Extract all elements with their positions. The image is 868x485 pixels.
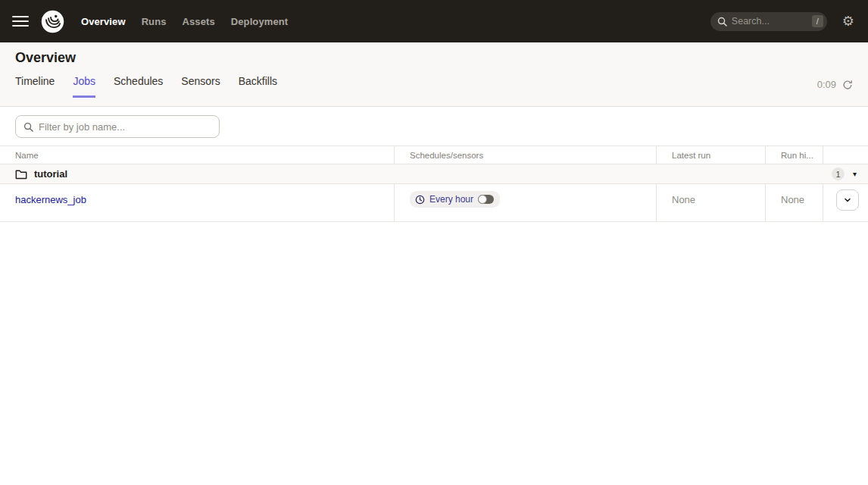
global-search-input[interactable] (732, 16, 807, 27)
chevron-down-icon[interactable]: ▾ (853, 171, 857, 178)
gear-icon[interactable]: ⚙ (842, 14, 854, 28)
run-history-cell: None (765, 184, 823, 222)
primary-nav: Overview Runs Assets Deployment (81, 16, 288, 27)
job-actions-button[interactable] (836, 189, 859, 211)
job-name-cell: hackernews_job (0, 184, 394, 222)
search-icon (717, 17, 727, 27)
latest-run-value: None (672, 194, 695, 205)
dagster-logo-icon (41, 10, 64, 33)
clock-icon (415, 195, 425, 205)
jobs-table: Name Schedules/sensors Latest run Run hi… (0, 146, 868, 222)
job-link[interactable]: hackernews_job (15, 194, 86, 205)
nav-item-assets[interactable]: Assets (183, 16, 215, 27)
refresh-countdown: 0:09 (817, 79, 836, 90)
tab-schedules[interactable]: Schedules (114, 67, 163, 98)
toggle-knob (478, 195, 487, 204)
hamburger-menu-icon[interactable] (12, 16, 29, 27)
tab-timeline[interactable]: Timeline (15, 67, 55, 98)
top-nav: Overview Runs Assets Deployment / ⚙ (0, 0, 868, 42)
nav-item-deployment[interactable]: Deployment (231, 16, 288, 27)
latest-run-cell: None (656, 184, 765, 222)
folder-icon (15, 169, 27, 180)
tab-bar: Timeline Jobs Schedules Sensors Backfill… (15, 67, 277, 98)
chevron-down-icon (843, 196, 852, 205)
search-icon (23, 122, 33, 132)
column-header-run-history: Run hi... (765, 146, 823, 164)
column-header-schedules-sensors: Schedules/sensors (394, 146, 656, 164)
jobs-panel: Name Schedules/sensors Latest run Run hi… (0, 115, 868, 222)
run-history-value: None (781, 194, 804, 205)
schedule-label: Every hour (429, 194, 473, 205)
job-filter-input[interactable] (39, 121, 211, 133)
column-header-name: Name (0, 146, 394, 164)
refresh-control: 0:09 (817, 79, 853, 98)
column-header-latest-run: Latest run (656, 146, 765, 164)
tab-sensors[interactable]: Sensors (181, 67, 220, 98)
job-actions-cell (823, 184, 868, 222)
job-filter-box[interactable] (15, 115, 220, 138)
column-header-actions (823, 146, 868, 164)
schedule-chip[interactable]: Every hour (410, 191, 500, 208)
refresh-icon[interactable] (842, 80, 853, 90)
nav-item-overview[interactable]: Overview (81, 16, 126, 27)
repo-group-row[interactable]: tutorial 1 ▾ (0, 164, 868, 184)
page-header: Overview Timeline Jobs Schedules Sensors… (0, 42, 868, 107)
schedule-toggle[interactable] (478, 195, 494, 204)
tab-backfills[interactable]: Backfills (239, 67, 277, 98)
group-count-badge: 1 (832, 167, 845, 180)
tab-jobs[interactable]: Jobs (73, 67, 95, 98)
slash-shortcut-badge: / (812, 15, 823, 27)
nav-item-runs[interactable]: Runs (142, 16, 167, 27)
job-schedules-cell: Every hour (394, 184, 656, 222)
page-title: Overview (15, 42, 853, 66)
dagster-logo[interactable] (41, 10, 64, 33)
group-name: tutorial (34, 168, 67, 180)
global-search-box[interactable]: / (710, 12, 827, 31)
